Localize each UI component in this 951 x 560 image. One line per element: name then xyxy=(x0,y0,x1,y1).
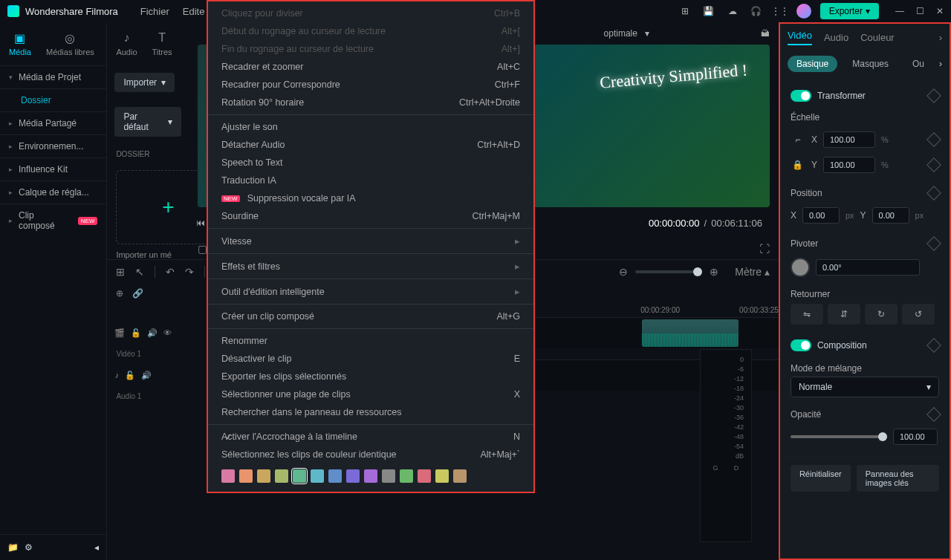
zoom-slider[interactable] xyxy=(635,270,702,273)
color-swatch[interactable] xyxy=(275,469,288,483)
color-swatch[interactable] xyxy=(435,469,449,483)
meter-toggle[interactable]: Mètre ▴ xyxy=(735,266,770,278)
color-swatch[interactable] xyxy=(400,469,413,483)
tab-video[interactable]: Vidéo xyxy=(788,30,812,45)
pointer-icon[interactable]: ↖ xyxy=(135,266,144,278)
import-button[interactable]: Importer▾ xyxy=(114,73,175,92)
ctx-item[interactable]: Vitesse▸ xyxy=(208,232,533,250)
tab-titles[interactable]: TTitres xyxy=(148,28,177,59)
tab-media[interactable]: ▣Média xyxy=(4,28,36,59)
keyframes-panel-button[interactable]: Panneau des images clés xyxy=(857,465,939,492)
tab-audio[interactable]: Audio xyxy=(824,32,848,43)
tab-color[interactable]: Couleur xyxy=(860,32,895,43)
ctx-item[interactable]: Désactiver le clipE xyxy=(208,350,533,368)
color-swatch[interactable] xyxy=(346,469,360,483)
ctx-item[interactable]: Recadrer pour CorrespondreCtrl+F xyxy=(208,76,533,94)
video-clip[interactable] xyxy=(642,319,739,347)
opacity-slider[interactable] xyxy=(791,435,887,438)
fullscreen-icon[interactable]: ⛶ xyxy=(759,243,770,255)
color-swatch[interactable] xyxy=(239,469,253,483)
composition-toggle[interactable] xyxy=(791,339,811,351)
ctx-item[interactable]: SourdineCtrl+Maj+M xyxy=(208,207,533,225)
ctx-item[interactable]: Rechercher dans le panneau de ressources xyxy=(208,403,533,421)
ctx-item[interactable]: Speech to Text xyxy=(208,154,533,172)
visibility-icon[interactable]: 👁 xyxy=(163,328,172,337)
collapse-icon[interactable]: ◂ xyxy=(94,542,99,553)
reset-button[interactable]: Réinitialiser xyxy=(791,465,851,492)
sidebar-compound[interactable]: ▸Clip composéNEW xyxy=(0,204,106,237)
menu-file[interactable]: Fichier xyxy=(140,6,169,17)
scroll-right-icon[interactable]: › xyxy=(939,59,942,69)
keyframe-button[interactable] xyxy=(926,236,941,251)
sidebar-folder[interactable]: Dossier xyxy=(0,88,106,111)
rotate-input[interactable] xyxy=(816,259,920,276)
mute-icon[interactable]: 🔊 xyxy=(147,328,158,338)
flip-h-button[interactable]: ⇋ xyxy=(791,304,823,325)
ctx-item[interactable]: Renommer xyxy=(208,332,533,350)
subtab-out[interactable]: Ou xyxy=(903,56,933,72)
new-folder-icon[interactable]: 📁 xyxy=(7,542,19,553)
keyframe-button[interactable] xyxy=(926,157,941,172)
pos-x-input[interactable] xyxy=(802,207,840,224)
zoom-out-icon[interactable]: ⊖ xyxy=(619,266,628,278)
sidebar-env[interactable]: ▸Environnemen... xyxy=(0,134,106,157)
chevron-down-icon[interactable]: ▾ xyxy=(645,28,649,39)
keyframe-button[interactable] xyxy=(926,88,941,103)
ctx-item[interactable]: ✓Activer l'Accrochage à la timelineN xyxy=(208,428,533,446)
keyframe-button[interactable] xyxy=(926,338,941,353)
minimize-button[interactable]: — xyxy=(895,6,904,16)
subtab-masks[interactable]: Masques xyxy=(843,56,898,72)
color-swatch[interactable] xyxy=(418,469,431,483)
mute-icon[interactable]: 🔊 xyxy=(141,371,152,380)
cloud-icon[interactable]: ☁ xyxy=(725,4,740,19)
pos-y-input[interactable] xyxy=(872,207,909,224)
color-swatch[interactable] xyxy=(382,469,395,483)
zoom-in-icon[interactable]: ⊕ xyxy=(710,266,718,278)
ctx-item[interactable]: Sélectionner une plage de clipsX xyxy=(208,385,533,403)
rotate-ccw-button[interactable]: ↺ xyxy=(902,304,935,325)
tab-audio[interactable]: ♪Audio xyxy=(111,28,141,59)
headset-icon[interactable]: 🎧 xyxy=(749,4,764,19)
color-swatch[interactable] xyxy=(364,469,377,483)
magnet-icon[interactable]: ⊞ xyxy=(116,266,125,278)
menu-edit[interactable]: Edite xyxy=(183,6,205,17)
rotate-dial[interactable] xyxy=(791,258,810,277)
color-swatch[interactable] xyxy=(311,469,324,483)
ctx-item[interactable]: Effets et filtres▸ xyxy=(208,257,533,276)
avatar-icon[interactable] xyxy=(796,4,811,19)
layout-icon[interactable]: ⊞ xyxy=(678,4,692,19)
color-swatch[interactable] xyxy=(328,469,342,483)
keyframe-button[interactable] xyxy=(926,132,941,147)
quality-label[interactable]: optimale xyxy=(604,28,637,39)
opacity-input[interactable] xyxy=(893,429,938,445)
sidebar-influence[interactable]: ▸Influence Kit xyxy=(0,157,106,180)
export-button[interactable]: Exporter▾ xyxy=(820,3,879,19)
scale-y-input[interactable] xyxy=(823,157,875,173)
transform-toggle[interactable] xyxy=(791,90,811,102)
ctx-item[interactable]: Exporter les clips sélectionnés xyxy=(208,368,533,385)
ctx-item[interactable]: Ajuster le son xyxy=(208,118,533,136)
ctx-item[interactable]: Rotation 90° horaireCtrl+Alt+Droite xyxy=(208,94,533,111)
sidebar-adjust[interactable]: ▸Calque de régla... xyxy=(0,180,106,204)
color-swatch[interactable] xyxy=(293,469,306,483)
audio-track-icon[interactable]: ♪ xyxy=(114,371,119,380)
filter-icon[interactable]: ⚙ xyxy=(25,542,33,553)
color-swatch[interactable] xyxy=(453,469,467,483)
maximize-button[interactable]: ☐ xyxy=(916,6,924,16)
scroll-right-icon[interactable]: › xyxy=(939,32,942,43)
ctx-item[interactable]: Traduction IA xyxy=(208,172,533,189)
snapshot-icon[interactable]: 🏔 xyxy=(761,28,770,39)
lock-icon[interactable]: 🔓 xyxy=(125,371,135,380)
redo-icon[interactable]: ↷ xyxy=(185,266,194,278)
keyframe-button[interactable] xyxy=(926,186,941,201)
scale-x-input[interactable] xyxy=(823,131,875,148)
lock-icon[interactable]: 🔓 xyxy=(131,328,141,338)
keyframe-button[interactable] xyxy=(926,407,941,422)
sidebar-shared[interactable]: ▸Média Partagé xyxy=(0,111,106,134)
undo-icon[interactable]: ↶ xyxy=(166,266,175,278)
ctx-item[interactable]: Détacher AudioCtrl+Alt+D xyxy=(208,136,533,154)
video-track-icon[interactable]: 🎬 xyxy=(114,328,125,338)
ctx-item[interactable]: Recadrer et zoomerAlt+C xyxy=(208,58,533,76)
blend-mode-select[interactable]: Normale▾ xyxy=(791,377,939,397)
link-icon[interactable]: 🔗 xyxy=(132,288,143,299)
